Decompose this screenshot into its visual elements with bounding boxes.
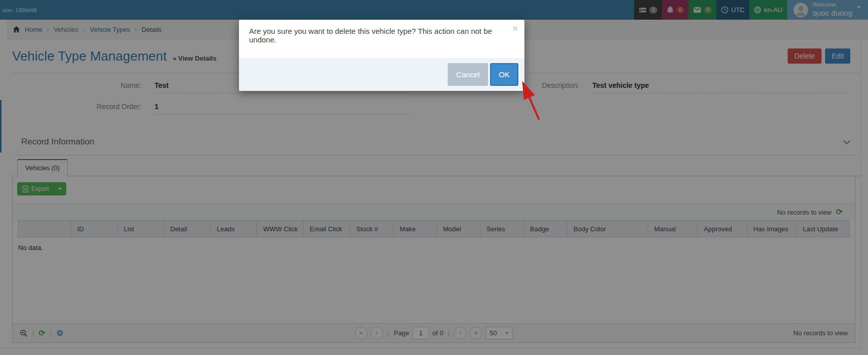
close-icon[interactable]: × <box>512 21 518 35</box>
ok-button[interactable]: OK <box>490 63 518 86</box>
dialog-body: Are you sure you want to delete this veh… <box>239 20 524 58</box>
dialog-footer: Cancel OK <box>239 58 524 91</box>
cancel-button[interactable]: Cancel <box>448 63 488 86</box>
app-screen: sion: 189bb98 0 0 0 <box>0 0 868 355</box>
confirm-delete-dialog: Are you sure you want to delete this veh… <box>239 20 524 91</box>
dialog-message: Are you sure you want to delete this veh… <box>249 27 492 44</box>
